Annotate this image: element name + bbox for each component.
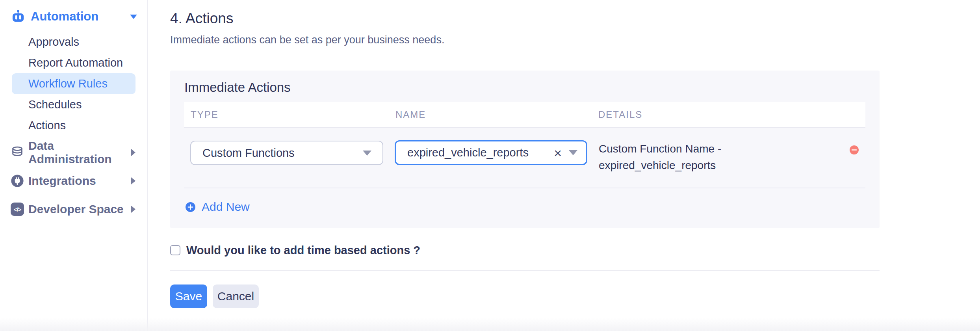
action-type-select[interactable]: Custom Functions bbox=[190, 141, 383, 165]
sidebar-item-label: Schedules bbox=[28, 98, 82, 111]
time-based-actions-option: Would you like to add time based actions… bbox=[170, 244, 420, 256]
action-details-line1: Custom Function Name - bbox=[599, 141, 721, 157]
cancel-button[interactable]: Cancel bbox=[213, 285, 259, 308]
add-new-label: Add New bbox=[202, 200, 250, 214]
time-based-actions-checkbox[interactable] bbox=[170, 245, 180, 255]
sidebar-item-label: Report Automation bbox=[28, 56, 123, 69]
sidebar-item-label: Actions bbox=[28, 119, 66, 132]
divider bbox=[170, 270, 880, 271]
action-name-combobox[interactable]: expired_vehicle_reports × bbox=[395, 140, 587, 165]
column-header-name: NAME bbox=[395, 109, 598, 120]
save-button[interactable]: Save bbox=[170, 285, 207, 308]
chevron-down-icon bbox=[130, 15, 137, 19]
clear-icon[interactable]: × bbox=[554, 146, 562, 160]
code-icon: </> bbox=[11, 203, 24, 216]
sidebar-group-label: Automation bbox=[31, 9, 98, 24]
sidebar-section-label: Data Administration bbox=[28, 139, 131, 166]
action-type-value: Custom Functions bbox=[202, 147, 295, 160]
database-icon bbox=[11, 146, 24, 159]
chevron-right-icon bbox=[131, 177, 135, 184]
chevron-down-icon[interactable] bbox=[569, 150, 577, 155]
time-based-actions-label: Would you like to add time based actions… bbox=[186, 244, 420, 257]
form-buttons: Save Cancel bbox=[170, 285, 259, 308]
column-header-type: TYPE bbox=[191, 109, 395, 120]
settings-sidebar: Automation Approvals Report Automation W… bbox=[0, 0, 148, 331]
sidebar-section-label: Integrations bbox=[28, 174, 96, 188]
action-name-value: expired_vehicle_reports bbox=[407, 146, 554, 159]
sidebar-item-actions[interactable]: Actions bbox=[0, 115, 147, 136]
actions-table-header: TYPE NAME DETAILS bbox=[184, 102, 865, 128]
sidebar-item-workflow-rules[interactable]: Workflow Rules bbox=[12, 73, 135, 94]
table-row: Custom Functions expired_vehicle_reports… bbox=[184, 128, 865, 187]
robot-icon bbox=[11, 9, 25, 24]
column-header-details: DETAILS bbox=[598, 109, 865, 120]
page-title: 4. Actions bbox=[170, 10, 233, 27]
plug-icon bbox=[11, 174, 24, 188]
plus-icon bbox=[186, 202, 195, 212]
sidebar-item-data-administration[interactable]: Data Administration bbox=[0, 138, 147, 167]
sidebar-item-report-automation[interactable]: Report Automation bbox=[0, 52, 147, 73]
add-new-button[interactable]: Add New bbox=[186, 202, 250, 212]
action-details-line2: expired_vehicle_reports bbox=[599, 157, 721, 174]
divider bbox=[184, 188, 865, 188]
delete-row-button[interactable] bbox=[850, 145, 859, 154]
sidebar-automation-items: Approvals Report Automation Workflow Rul… bbox=[0, 32, 147, 136]
sidebar-section-label: Developer Space bbox=[28, 203, 124, 216]
immediate-actions-card: Immediate Actions TYPE NAME DETAILS Cust… bbox=[170, 71, 880, 228]
sidebar-item-label: Workflow Rules bbox=[28, 77, 108, 90]
chevron-down-icon bbox=[363, 151, 371, 156]
page-subtitle: Immediate actions can be set as per your… bbox=[170, 34, 444, 46]
sidebar-item-integrations[interactable]: Integrations bbox=[0, 167, 147, 195]
sidebar-sections: Data Administration Integrations </> Dev… bbox=[0, 138, 147, 223]
sidebar-group-automation[interactable]: Automation bbox=[11, 8, 137, 25]
action-details: Custom Function Name - expired_vehicle_r… bbox=[599, 141, 721, 174]
sidebar-item-approvals[interactable]: Approvals bbox=[0, 32, 147, 52]
sidebar-item-developer-space[interactable]: </> Developer Space bbox=[0, 195, 147, 223]
card-title: Immediate Actions bbox=[184, 80, 291, 95]
chevron-right-icon bbox=[131, 206, 135, 213]
chevron-right-icon bbox=[131, 149, 135, 156]
sidebar-item-label: Approvals bbox=[28, 35, 79, 48]
sidebar-item-schedules[interactable]: Schedules bbox=[0, 94, 147, 115]
